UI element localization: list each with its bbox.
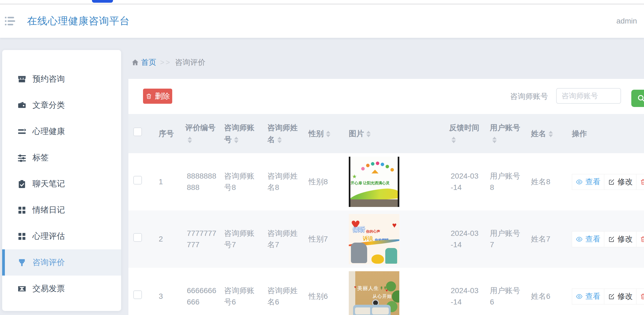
cell-gender: 性别7: [303, 233, 344, 245]
cell-gender: 性别6: [303, 291, 344, 302]
row-actions: 查看 修改: [572, 174, 644, 190]
sidebar-item-chat-notes[interactable]: 聊天笔记: [2, 171, 121, 197]
sort-control[interactable]: [188, 137, 192, 143]
cell-seq: 1: [149, 176, 176, 187]
trash-icon: [640, 293, 644, 300]
view-button[interactable]: 查看: [572, 232, 604, 247]
page-title: 在线心理健康咨询平台: [27, 14, 130, 28]
sidebar: 预约咨询 文章分类 心理健康 标签 聊天笔记: [2, 50, 121, 311]
table-row: 2 7777777777 咨询师账号7 咨询师姓名7 性别7 ♥ ♥ 倾听 你的…: [128, 210, 644, 268]
edit-button[interactable]: 修改: [604, 174, 636, 190]
row-actions: 查看 修改: [572, 289, 644, 304]
eye-icon: [576, 178, 583, 186]
sliders-icon: [17, 153, 26, 162]
row-photo-thumbnail[interactable]: ♥ ↟↟ ♥ 美丽人生 从心开始: [349, 271, 399, 315]
trash-icon: [640, 178, 644, 186]
table-header-row: 序号 评价编号 咨询师账号 咨询师姓名 性别 图片 反馈时间 用户账号 姓名 操…: [128, 114, 644, 153]
cell-user-account: 用户账号6: [490, 285, 522, 308]
search-input[interactable]: [556, 88, 621, 104]
browser-tab-pill: [92, 0, 113, 3]
row-delete-button[interactable]: [636, 174, 644, 190]
cell-feedback-time: 2024-03-14: [451, 170, 479, 193]
sidebar-item-assessment[interactable]: 心理评估: [2, 223, 121, 249]
sidebar-item-article-category[interactable]: 文章分类: [2, 92, 121, 118]
menu-toggle-icon[interactable]: [4, 15, 17, 28]
row-checkbox[interactable]: [133, 176, 142, 185]
row-checkbox[interactable]: [133, 233, 142, 242]
cell-feedback-time: 2024-03-14: [451, 228, 479, 250]
cell-counselor-account: 咨询师账号6: [217, 285, 260, 308]
list-arrow-icon: [17, 127, 26, 136]
cell-feedback-time: 2024-03-14: [451, 285, 479, 308]
eye-icon: [576, 236, 583, 243]
row-photo-thumbnail[interactable]: ★ 开心扉 让阳光洒满心灵: [349, 157, 399, 207]
column-header-actions: 操作: [563, 128, 644, 140]
select-all-checkbox[interactable]: [133, 128, 142, 136]
view-button[interactable]: 查看: [572, 174, 604, 190]
row-delete-button[interactable]: [636, 289, 644, 304]
brush-icon: [17, 258, 26, 267]
cell-counselor-name: 咨询师姓名7: [260, 228, 303, 250]
sidebar-item-label: 心理健康: [32, 126, 65, 137]
delete-button-label: 删除: [155, 91, 170, 101]
sidebar-item-invoice[interactable]: 交易发票: [2, 276, 121, 302]
column-header-seq: 序号: [149, 128, 176, 140]
app-root: 在线心理健康咨询平台 admin 预约咨询 文章分类 心理健康: [0, 0, 644, 315]
sort-control[interactable]: [549, 131, 553, 137]
trash-icon: [640, 236, 644, 243]
sidebar-item-label: 标签: [32, 152, 49, 163]
trash-icon: [145, 93, 152, 100]
sort-control[interactable]: [452, 137, 456, 143]
sidebar-item-consult-review[interactable]: 咨询评价: [2, 249, 121, 276]
sort-control[interactable]: [492, 137, 497, 143]
cell-counselor-account: 咨询师账号8: [217, 170, 260, 193]
grid-icon: [17, 232, 26, 241]
row-checkbox[interactable]: [133, 290, 142, 299]
cell-counselor-account: 咨询师账号7: [217, 228, 260, 250]
edit-button[interactable]: 修改: [604, 232, 636, 247]
user-menu[interactable]: admin: [616, 17, 637, 25]
cell-gender: 性别8: [303, 176, 344, 187]
cell-name: 姓名7: [522, 233, 563, 245]
photo-heart-decoration: ♥: [392, 222, 397, 229]
row-photo-thumbnail[interactable]: ♥ ♥ 倾听 你的心声 诉说 你的烦恼: [349, 214, 399, 264]
edit-button[interactable]: 修改: [604, 289, 636, 304]
cell-eval-no: 6666666666: [187, 285, 217, 308]
app-header: 在线心理健康咨询平台 admin: [0, 4, 644, 38]
wallet-icon: [17, 101, 26, 110]
cell-name: 姓名8: [522, 176, 563, 187]
column-header-counselor-account: 咨询师账号: [217, 122, 260, 146]
sidebar-item-appointment[interactable]: 预约咨询: [2, 66, 121, 92]
storefront-icon: [17, 75, 26, 84]
delete-button[interactable]: 删除: [143, 89, 172, 104]
sidebar-item-label: 咨询评价: [32, 257, 65, 268]
sort-control[interactable]: [366, 131, 371, 137]
eye-icon: [576, 293, 583, 300]
search-button[interactable]: [631, 90, 644, 107]
cell-counselor-name: 咨询师姓名6: [260, 285, 303, 308]
clipboard-check-icon: [17, 179, 26, 189]
sidebar-item-mental-health[interactable]: 心理健康: [2, 118, 121, 145]
breadcrumb: 首页 >> 咨询评价: [131, 57, 205, 68]
breadcrumb-home-link[interactable]: 首页: [141, 57, 156, 68]
column-header-gender: 性别: [303, 128, 344, 140]
table-row: 1 8888888888 咨询师账号8 咨询师姓名8 性别8 ★ 开心扉 让阳光…: [128, 153, 644, 210]
sort-control[interactable]: [326, 131, 330, 137]
sort-control[interactable]: [277, 137, 282, 143]
sidebar-item-tags[interactable]: 标签: [2, 145, 121, 171]
edit-icon: [608, 178, 615, 186]
row-delete-button[interactable]: [636, 232, 644, 247]
view-button[interactable]: 查看: [572, 289, 604, 304]
search-field-label: 咨询师账号: [510, 91, 548, 102]
breadcrumb-current: 咨询评价: [175, 57, 205, 68]
edit-icon: [608, 236, 615, 243]
column-header-user-account: 用户账号: [482, 122, 522, 146]
sidebar-item-label: 文章分类: [32, 100, 65, 111]
home-icon[interactable]: [131, 59, 139, 66]
cell-eval-no: 7777777777: [187, 228, 217, 250]
content-panel: 删除 咨询师账号 序号 评价编号 咨询师账号 咨询师姓名 性别 图片 反馈时间 …: [128, 79, 644, 315]
sort-control[interactable]: [234, 137, 238, 143]
sidebar-item-mood-diary[interactable]: 情绪日记: [2, 197, 121, 223]
cell-seq: 3: [149, 291, 176, 302]
grid-icon: [17, 206, 26, 215]
